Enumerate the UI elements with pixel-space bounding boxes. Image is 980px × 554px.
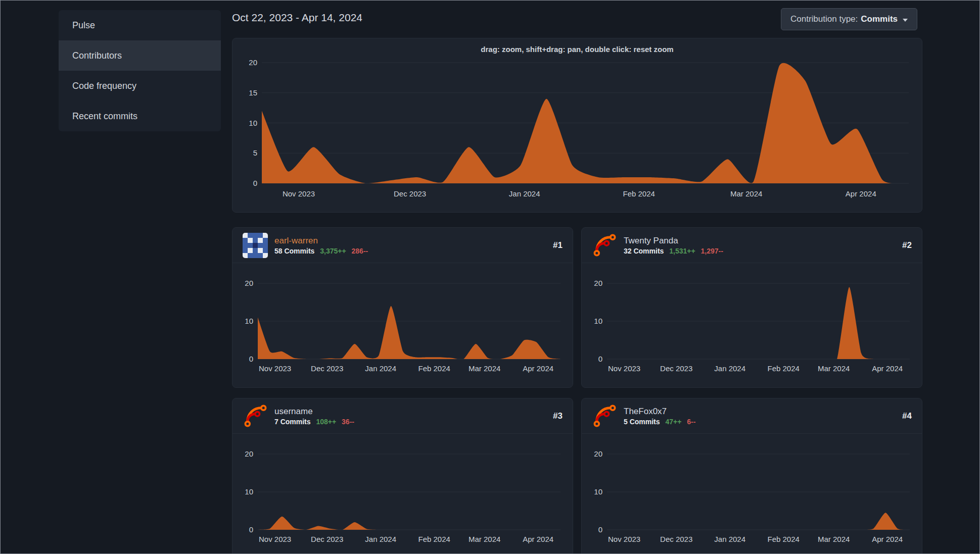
- deletions-count: 36--: [342, 418, 354, 426]
- additions-count: 108++: [316, 418, 336, 426]
- deletions-count: 6--: [687, 418, 695, 426]
- svg-text:Dec 2023: Dec 2023: [660, 535, 692, 543]
- svg-text:10: 10: [245, 317, 253, 325]
- overall-activity-card: drag: zoom, shift+drag: pan, double clic…: [232, 38, 922, 213]
- svg-text:10: 10: [249, 119, 257, 127]
- overall-activity-chart[interactable]: 05101520Nov 2023Dec 2023Jan 2024Feb 2024…: [243, 55, 913, 207]
- svg-text:20: 20: [594, 279, 602, 287]
- contributor-grid: earl-warren 58 Commits 3,375++ 286-- #1 …: [232, 227, 922, 554]
- contributor-stats: 58 Commits 3,375++ 286--: [274, 247, 371, 255]
- rank-badge: #4: [902, 411, 912, 421]
- activity-sidebar: Pulse Contributors Code frequency Recent…: [59, 10, 221, 131]
- contributor-activity-chart[interactable]: 01020Nov 2023Dec 2023Jan 2024Feb 2024Mar…: [241, 447, 566, 548]
- rank-badge: #3: [553, 411, 563, 421]
- contributor-card: earl-warren 58 Commits 3,375++ 286-- #1 …: [232, 227, 573, 388]
- sidebar-item-code-frequency[interactable]: Code frequency: [59, 71, 221, 101]
- contributor-name-link[interactable]: username: [274, 406, 358, 417]
- svg-text:0: 0: [598, 355, 602, 363]
- commit-count: 32 Commits: [624, 247, 664, 255]
- svg-text:Apr 2024: Apr 2024: [523, 364, 553, 373]
- contributor-chart-area: 01020Nov 2023Dec 2023Jan 2024Feb 2024Mar…: [582, 263, 922, 377]
- forgejo-logo-avatar[interactable]: [592, 404, 617, 429]
- date-range-heading: Oct 22, 2023 - Apr 14, 2024: [232, 12, 362, 24]
- svg-text:Dec 2023: Dec 2023: [311, 535, 343, 543]
- contribution-type-label: Contribution type:: [790, 14, 858, 24]
- svg-text:Nov 2023: Nov 2023: [283, 189, 315, 198]
- svg-text:Nov 2023: Nov 2023: [608, 535, 640, 543]
- additions-count: 47++: [665, 418, 681, 426]
- svg-text:Apr 2024: Apr 2024: [846, 189, 876, 198]
- contributor-activity-chart[interactable]: 01020Nov 2023Dec 2023Jan 2024Feb 2024Mar…: [590, 447, 915, 548]
- forgejo-logo-avatar[interactable]: [243, 404, 268, 429]
- rank-badge: #2: [902, 240, 912, 250]
- sidebar-item-contributors[interactable]: Contributors: [59, 40, 221, 71]
- svg-text:Mar 2024: Mar 2024: [469, 535, 500, 543]
- svg-text:Apr 2024: Apr 2024: [523, 535, 553, 543]
- chart-usage-hint: drag: zoom, shift+drag: pan, double clic…: [232, 38, 922, 54]
- contribution-type-dropdown[interactable]: Contribution type: Commits: [781, 8, 917, 30]
- contributor-identity: earl-warren 58 Commits 3,375++ 286--: [274, 235, 371, 255]
- svg-text:Dec 2023: Dec 2023: [394, 189, 426, 198]
- deletions-count: 286--: [352, 247, 368, 255]
- forgejo-logo-icon: [592, 404, 617, 429]
- forgejo-logo-icon: [243, 404, 268, 429]
- svg-text:Mar 2024: Mar 2024: [818, 364, 850, 373]
- contributor-identity: username 7 Commits 108++ 36--: [274, 406, 358, 426]
- svg-text:Jan 2024: Jan 2024: [714, 535, 745, 543]
- svg-text:0: 0: [598, 525, 602, 534]
- svg-text:Jan 2024: Jan 2024: [365, 535, 396, 543]
- svg-text:Feb 2024: Feb 2024: [768, 535, 800, 543]
- svg-text:10: 10: [245, 487, 253, 496]
- contributor-activity-chart[interactable]: 01020Nov 2023Dec 2023Jan 2024Feb 2024Mar…: [241, 276, 566, 377]
- svg-text:0: 0: [249, 355, 253, 363]
- svg-text:Feb 2024: Feb 2024: [623, 189, 655, 198]
- svg-text:Jan 2024: Jan 2024: [365, 364, 396, 373]
- contributor-identity: TheFox0x7 5 Commits 47++ 6--: [624, 406, 699, 426]
- commit-count: 5 Commits: [624, 418, 660, 426]
- svg-text:Nov 2023: Nov 2023: [259, 364, 291, 373]
- repository-activity-page: { "colors": { "page_background": "#151a2…: [0, 0, 980, 554]
- deletions-count: 1,297--: [701, 247, 723, 255]
- contributor-identity: Twenty Panda 32 Commits 1,531++ 1,297--: [624, 235, 727, 255]
- svg-text:20: 20: [594, 449, 602, 458]
- svg-text:Feb 2024: Feb 2024: [418, 535, 450, 543]
- sidebar-item-recent-commits[interactable]: Recent commits: [59, 101, 221, 131]
- contributor-stats: 5 Commits 47++ 6--: [624, 418, 699, 426]
- svg-text:Dec 2023: Dec 2023: [311, 364, 343, 373]
- contributor-name-link[interactable]: TheFox0x7: [624, 406, 699, 417]
- additions-count: 3,375++: [320, 247, 346, 255]
- svg-text:Feb 2024: Feb 2024: [768, 364, 800, 373]
- contributor-chart-area: 01020Nov 2023Dec 2023Jan 2024Feb 2024Mar…: [232, 434, 573, 548]
- svg-text:Feb 2024: Feb 2024: [418, 364, 450, 373]
- svg-text:Jan 2024: Jan 2024: [509, 189, 540, 198]
- svg-text:Jan 2024: Jan 2024: [714, 364, 745, 373]
- svg-text:20: 20: [249, 58, 257, 67]
- svg-text:Mar 2024: Mar 2024: [818, 535, 850, 543]
- svg-text:Nov 2023: Nov 2023: [259, 535, 291, 543]
- svg-text:20: 20: [245, 279, 253, 287]
- contributor-name-link[interactable]: earl-warren: [274, 235, 371, 246]
- svg-text:10: 10: [594, 317, 602, 325]
- svg-text:10: 10: [594, 487, 602, 496]
- contributor-activity-chart[interactable]: 01020Nov 2023Dec 2023Jan 2024Feb 2024Mar…: [590, 276, 915, 377]
- svg-text:0: 0: [249, 525, 253, 534]
- contributor-card: TheFox0x7 5 Commits 47++ 6-- #4 01020Nov…: [581, 398, 922, 554]
- contributor-card: username 7 Commits 108++ 36-- #3 01020No…: [232, 398, 573, 554]
- contributor-card-header: username 7 Commits 108++ 36-- #3: [232, 398, 573, 434]
- contribution-type-value: Commits: [861, 14, 898, 24]
- chevron-down-icon: [903, 19, 908, 22]
- contributor-stats: 7 Commits 108++ 36--: [274, 418, 358, 426]
- identicon-avatar[interactable]: [243, 233, 268, 258]
- sidebar-item-pulse[interactable]: Pulse: [59, 10, 221, 40]
- contributor-stats: 32 Commits 1,531++ 1,297--: [624, 247, 727, 255]
- svg-text:0: 0: [253, 179, 257, 187]
- svg-text:Apr 2024: Apr 2024: [872, 535, 903, 543]
- svg-text:Mar 2024: Mar 2024: [469, 364, 500, 373]
- contributor-name-link[interactable]: Twenty Panda: [624, 235, 727, 246]
- contributor-card-header: TheFox0x7 5 Commits 47++ 6-- #4: [582, 398, 922, 434]
- svg-text:Apr 2024: Apr 2024: [872, 364, 903, 373]
- additions-count: 1,531++: [669, 247, 695, 255]
- forgejo-logo-avatar[interactable]: [592, 233, 617, 258]
- contributor-chart-area: 01020Nov 2023Dec 2023Jan 2024Feb 2024Mar…: [582, 434, 922, 548]
- commit-count: 7 Commits: [274, 418, 311, 426]
